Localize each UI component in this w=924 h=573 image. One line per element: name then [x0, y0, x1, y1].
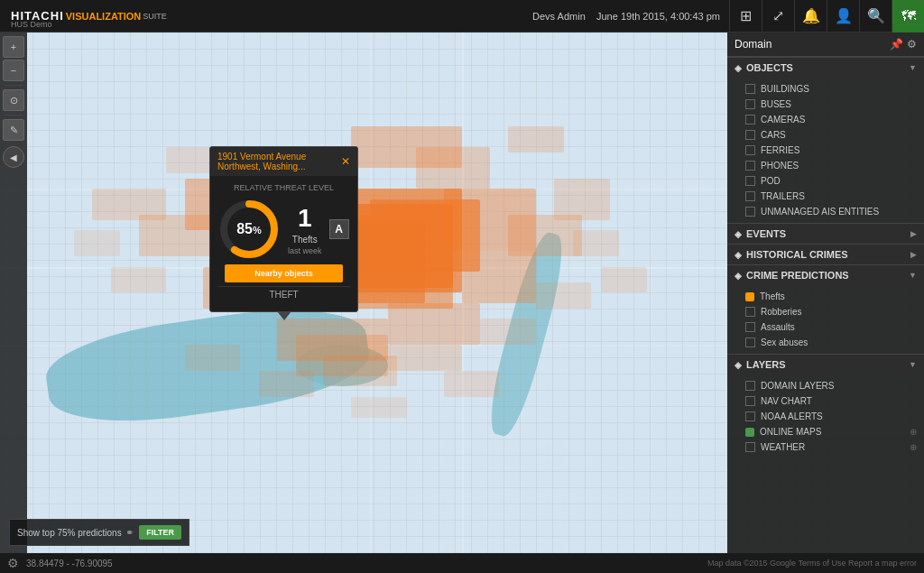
checkbox [745, 145, 755, 155]
crime-predictions-icon: ◈ [735, 271, 742, 281]
objects-item[interactable]: FERRIES [727, 143, 924, 158]
theft-type-label: THEFT [217, 286, 350, 304]
popup-close-btn[interactable]: ✕ [341, 155, 350, 168]
draw-btn[interactable]: ✎ [3, 119, 24, 141]
expand-btn[interactable]: ⤢ [762, 0, 794, 32]
nearby-objects-btn[interactable]: Nearby objects [225, 264, 343, 282]
brand-vis: VISUALIZATION [66, 11, 142, 22]
donut-chart: 85% [217, 198, 281, 261]
zoom-out-btn[interactable]: − [3, 60, 24, 81]
road-v1 [462, 32, 464, 553]
navigate-btn[interactable]: ◀ [3, 146, 24, 168]
objects-item[interactable]: UNMANAGED AIS ENTITIES [727, 204, 924, 219]
objects-item[interactable]: CAMERAS [727, 112, 924, 127]
objects-item[interactable]: TRAILERS [727, 189, 924, 204]
donut-percent: 85% [236, 221, 262, 237]
item-label: CAMERAS [761, 115, 805, 125]
checkbox [745, 176, 755, 186]
toolbar-separator [5, 85, 23, 86]
events-icon: ◈ [735, 229, 742, 239]
crime-predictions-section-header[interactable]: ◈ CRIME PREDICTIONS ▼ [727, 264, 924, 285]
filter-btn[interactable]: FILTER [139, 525, 181, 540]
events-section-title: ◈ EVENTS [735, 228, 786, 239]
crime-item[interactable]: Assaults [727, 319, 924, 335]
popup-address: 1901 Vermont Avenue Northwest, Washing..… [217, 152, 341, 171]
checkbox [745, 130, 755, 140]
objects-arrow: ▼ [909, 63, 917, 72]
historical-crimes-section-header[interactable]: ◈ HISTORICAL CRIMES ▶ [727, 244, 924, 264]
zoom-in-btn[interactable]: + [3, 36, 24, 58]
notifications-btn[interactable]: 🔔 [794, 0, 827, 32]
layers-arrow: ▼ [909, 360, 917, 369]
location-btn[interactable]: ⊙ [3, 89, 24, 111]
layers-btn[interactable]: 🗺 [892, 0, 924, 32]
objects-item[interactable]: POD [727, 173, 924, 189]
objects-item[interactable]: BUSES [727, 97, 924, 112]
search-btn[interactable]: 🔍 [859, 0, 892, 32]
item-label: TRAILERS [761, 191, 805, 201]
filter-bar: Show top 75% predictions FILTER [9, 519, 189, 546]
user-name: Devs Admin [532, 11, 586, 22]
color-indicator [745, 428, 754, 437]
layer-expand[interactable]: ⊕ [910, 442, 917, 452]
objects-item[interactable]: PHONES [727, 158, 924, 173]
objects-section-header[interactable]: ◈ OBJECTS ▼ [727, 57, 924, 78]
layer-item[interactable]: ONLINE MAPS⊕ [727, 424, 924, 439]
layer-item[interactable]: WEATHER⊕ [727, 439, 924, 455]
right-panel: Domain 📌 ⚙ ◈ OBJECTS ▼ BUILDINGSBUSESCAM… [727, 32, 924, 553]
demo-label: HUS Demo [11, 20, 52, 29]
checkbox [745, 322, 755, 332]
item-label: UNMANAGED AIS ENTITIES [761, 207, 879, 217]
donut-center: 85% [217, 198, 281, 261]
a-badge[interactable]: A [329, 219, 349, 239]
layer-expand[interactable]: ⊕ [910, 427, 917, 437]
item-label: PHONES [761, 161, 799, 171]
item-label: BUILDINGS [761, 84, 809, 94]
events-arrow: ▶ [910, 229, 917, 238]
user-btn[interactable]: 👤 [827, 0, 859, 32]
popup-right: 1 Thefts last week [288, 204, 322, 255]
panel-pin-icon[interactable]: 📌 [890, 38, 903, 51]
popup-body: RELATIVE THREAT LEVEL 85% [210, 176, 357, 311]
crime-predictions-content: TheftsRobberiesAssaultsSex abuses [727, 285, 924, 354]
item-label: BUSES [761, 99, 791, 109]
events-section-header[interactable]: ◈ EVENTS ▶ [727, 223, 924, 244]
crime-item[interactable]: Robberies [727, 304, 924, 319]
filter-slider[interactable] [127, 531, 134, 534]
coordinates: 38.84479 - -76.90095 [26, 559, 113, 568]
brand-suite: SUITE [143, 12, 167, 21]
objects-item[interactable]: BUILDINGS [727, 81, 924, 97]
layer-item[interactable]: NAV CHART [727, 393, 924, 409]
brand-logo: HITACHI VISUALIZATION SUITE HUS Demo [0, 9, 178, 23]
objects-section-title: ◈ OBJECTS [735, 62, 793, 73]
layer-item[interactable]: NOAA ALERTS [727, 409, 924, 424]
checkbox [745, 207, 755, 217]
layers-content: DOMAIN LAYERSNAV CHARTNOAA ALERTSONLINE … [727, 374, 924, 458]
top-navbar: HITACHI VISUALIZATION SUITE HUS Demo Dev… [0, 0, 924, 32]
checkbox [745, 411, 755, 421]
grid-view-btn[interactable]: ⊞ [729, 0, 762, 32]
panel-settings-icon[interactable]: ⚙ [907, 38, 917, 51]
threat-period: last week [288, 246, 322, 255]
item-label: FERRIES [761, 145, 799, 155]
nav-icons: ⊞ ⤢ 🔔 👤 🔍 🗺 [729, 0, 924, 32]
threat-type: Thefts [292, 235, 318, 245]
map-attribution: Map data ©2015 Google Terms of Use Repor… [707, 559, 917, 568]
item-label: NAV CHART [761, 396, 812, 406]
objects-item[interactable]: CARS [727, 127, 924, 143]
layers-section-header[interactable]: ◈ LAYERS ▼ [727, 354, 924, 374]
layer-item[interactable]: DOMAIN LAYERS [727, 378, 924, 393]
item-label: Thefts [760, 291, 785, 301]
checkbox [745, 99, 755, 109]
checkbox [745, 84, 755, 94]
item-label: CARS [761, 130, 786, 140]
crime-item[interactable]: Thefts [727, 289, 924, 304]
settings-icon[interactable]: ⚙ [7, 556, 19, 570]
item-label: Robberies [761, 307, 802, 317]
river-branch [296, 345, 388, 386]
datetime: June 19th 2015, 4:00:43 pm [596, 11, 720, 22]
objects-icon: ◈ [735, 63, 742, 73]
threat-level-label: RELATIVE THREAT LEVEL [217, 183, 350, 192]
crime-item[interactable]: Sex abuses [727, 335, 924, 350]
toolbar-separator2 [5, 115, 23, 116]
